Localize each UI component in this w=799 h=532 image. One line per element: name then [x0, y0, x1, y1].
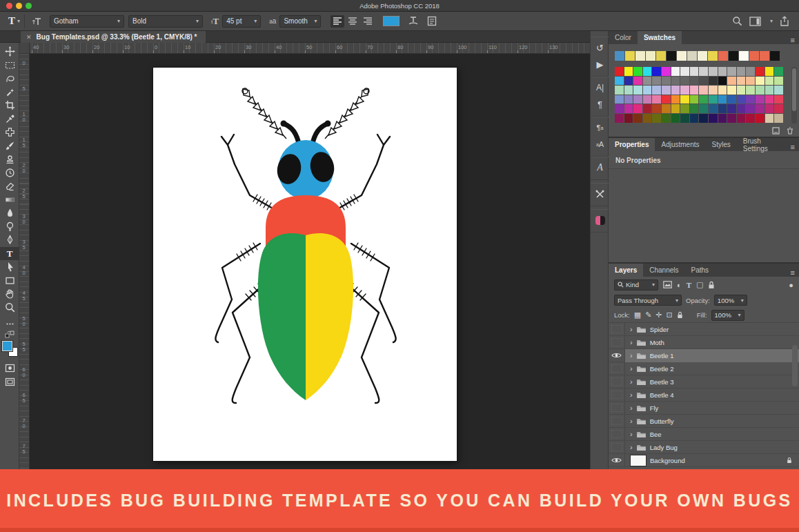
paragraph-styles-panel-icon[interactable]: ¶a [591, 119, 609, 136]
brush-tool[interactable] [0, 139, 19, 152]
swatch[interactable] [718, 86, 727, 95]
swatch[interactable] [652, 67, 661, 76]
swatch[interactable] [739, 51, 749, 61]
visibility-toggle[interactable] [609, 323, 625, 336]
swatch[interactable] [671, 77, 680, 86]
search-icon[interactable] [732, 16, 742, 26]
tab-layers[interactable]: Layers [609, 264, 643, 277]
swatch[interactable] [643, 95, 652, 104]
zoom-tool[interactable] [0, 301, 19, 314]
lasso-tool[interactable] [0, 72, 19, 85]
swatch[interactable] [718, 77, 727, 86]
align-right-button[interactable] [361, 15, 375, 28]
tab-properties[interactable]: Properties [609, 138, 655, 151]
share-icon[interactable] [780, 16, 789, 26]
swatch[interactable] [709, 114, 718, 123]
swatch[interactable] [749, 51, 759, 61]
swatch[interactable] [746, 77, 755, 86]
swatch[interactable] [615, 104, 624, 113]
swatch[interactable] [765, 114, 774, 123]
swatches-scrollbar[interactable] [791, 67, 797, 124]
filter-toggle-icon[interactable]: ● [789, 281, 793, 289]
swatch[interactable] [615, 95, 624, 104]
lock-transparency-icon[interactable]: ▦ [634, 311, 641, 319]
layer-row-moth[interactable]: ›Moth [609, 336, 799, 349]
lock-position-icon[interactable]: ✛ [655, 311, 662, 319]
visibility-toggle[interactable] [609, 362, 625, 375]
swatch[interactable] [746, 95, 755, 104]
swatch[interactable] [774, 86, 783, 95]
swatch[interactable] [652, 86, 661, 95]
swatch[interactable] [774, 95, 783, 104]
rectangular-marquee-tool[interactable] [0, 59, 19, 72]
swatch[interactable] [760, 51, 769, 61]
swatch[interactable] [615, 67, 624, 76]
swatch[interactable] [633, 95, 642, 104]
chevron-down-icon[interactable]: ▾ [770, 18, 773, 24]
layer-thumbnail[interactable] [630, 455, 647, 466]
toggle-panels-icon[interactable] [427, 16, 437, 26]
font-size-select[interactable]: 45 pt ▾ [222, 15, 261, 28]
swatch[interactable] [746, 67, 755, 76]
tab-styles[interactable]: Styles [706, 138, 737, 151]
eraser-tool[interactable] [0, 179, 19, 193]
align-left-button[interactable] [331, 15, 344, 28]
tab-swatches[interactable]: Swatches [638, 31, 682, 44]
font-family-select[interactable]: Gotham ▾ [50, 15, 124, 28]
panel-menu-icon[interactable]: ≡ [791, 268, 799, 277]
swatch[interactable] [690, 67, 699, 76]
text-color-swatch[interactable] [383, 16, 400, 26]
workspace-switcher-icon[interactable] [749, 17, 761, 26]
swatch[interactable] [662, 77, 671, 86]
swatch[interactable] [615, 51, 624, 61]
swatch[interactable] [718, 104, 727, 113]
swatch[interactable] [687, 51, 697, 61]
swatch[interactable] [633, 104, 642, 113]
spot-healing-brush-tool[interactable] [0, 126, 19, 139]
swatch[interactable] [633, 67, 642, 76]
quick-selection-tool[interactable] [0, 86, 19, 99]
visibility-toggle[interactable] [609, 402, 625, 415]
font-style-select[interactable]: Bold ▾ [128, 15, 203, 28]
swatch[interactable] [671, 95, 680, 104]
swatch[interactable] [615, 77, 624, 86]
pen-tool[interactable] [0, 233, 19, 246]
swatch[interactable] [633, 86, 642, 95]
expand-chevron-icon[interactable]: › [630, 444, 633, 451]
type-tool-icon[interactable]: T [8, 15, 15, 27]
hand-tool[interactable] [0, 287, 19, 300]
eyedropper-tool[interactable] [0, 112, 19, 126]
swatch[interactable] [643, 114, 652, 123]
expand-chevron-icon[interactable]: › [630, 431, 633, 438]
layer-row-beetle-2[interactable]: ›Beetle 2 [609, 362, 799, 375]
rectangle-tool[interactable] [0, 274, 19, 287]
layer-row-background[interactable]: Background [609, 454, 799, 467]
swatch[interactable] [646, 51, 655, 61]
layer-row-beetle-1[interactable]: ›Beetle 1 [609, 349, 799, 362]
swatch[interactable] [727, 114, 736, 123]
swap-colors-icon[interactable] [0, 328, 19, 341]
swatch[interactable] [662, 114, 671, 123]
anti-alias-select[interactable]: Smooth ▾ [279, 15, 321, 28]
layer-row-bee[interactable]: ›Bee [609, 428, 799, 441]
filter-kind-select[interactable]: Kind ▾ [614, 279, 658, 290]
swatch[interactable] [718, 114, 727, 123]
swatch[interactable] [727, 104, 736, 113]
glyphs-panel-icon[interactable]: A [591, 159, 609, 176]
swatch[interactable] [774, 114, 783, 123]
expand-chevron-icon[interactable]: › [630, 417, 633, 425]
swatch[interactable] [756, 114, 765, 123]
clone-stamp-tool[interactable] [0, 152, 19, 166]
swatch[interactable] [699, 86, 708, 95]
swatch[interactable] [774, 104, 783, 113]
align-center-button[interactable] [346, 15, 359, 28]
swatch[interactable] [690, 104, 699, 113]
swatch[interactable] [690, 114, 699, 123]
swatch[interactable] [680, 104, 689, 113]
filter-type-layers-icon[interactable]: T [687, 281, 691, 289]
swatch[interactable] [746, 104, 755, 113]
swatch[interactable] [643, 67, 652, 76]
swatch[interactable] [643, 77, 652, 86]
swatch[interactable] [746, 114, 755, 123]
expand-chevron-icon[interactable]: › [630, 404, 633, 412]
